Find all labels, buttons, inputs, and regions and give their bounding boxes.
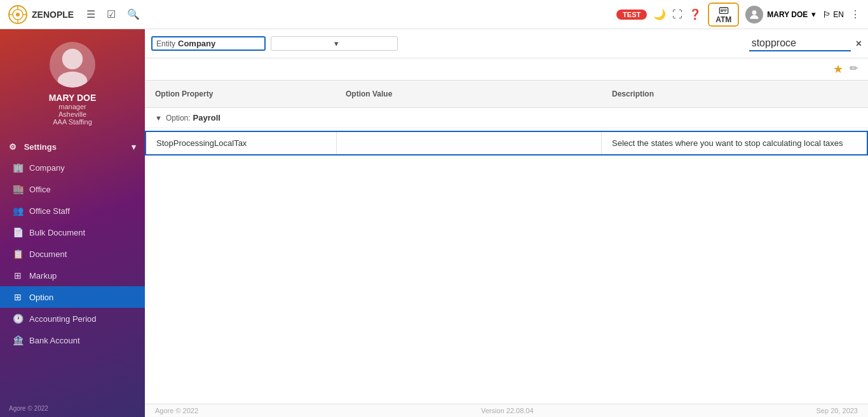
settings-icon: ⚙ — [9, 142, 17, 152]
avatar-icon — [748, 8, 761, 21]
header-value: Option Value — [336, 86, 602, 102]
footer-copyright: Agore © 2022 — [9, 405, 48, 412]
sidebar-footer: Agore © 2022 — [0, 400, 145, 417]
footer-copyright: Agore © 2022 — [155, 407, 198, 414]
document-label: Document — [29, 249, 67, 259]
app-name: ZENOPLE — [32, 10, 74, 20]
tasks-icon[interactable]: ☑ — [107, 8, 116, 20]
accounting-period-label: Accounting Period — [29, 314, 97, 324]
markup-icon: ⊞ — [13, 270, 23, 281]
profile-name: MARY DOE — [49, 93, 97, 103]
user-profile: MARY DOE manager Asheville AAA Staffing — [0, 29, 145, 132]
settings-chevron-icon: ▾ — [132, 142, 136, 152]
document-icon: 📋 — [13, 249, 23, 259]
value-cell — [337, 132, 602, 154]
table-row[interactable]: StopProcessingLocalTax Select the states… — [145, 131, 868, 156]
settings-label: Settings — [24, 142, 57, 152]
search-close-button[interactable]: × — [856, 38, 862, 50]
star-button[interactable]: ★ — [833, 62, 843, 76]
header-description: Description — [602, 86, 868, 102]
search-filter-input[interactable] — [749, 36, 851, 51]
app-layout: MARY DOE manager Asheville AAA Staffing … — [0, 29, 868, 417]
sidebar-item-bank-account[interactable]: 🏦 Bank Account — [0, 329, 145, 351]
sidebar-item-office[interactable]: 🏬 Office — [0, 178, 145, 200]
language-selector[interactable]: 🏳 EN — [822, 10, 844, 20]
atm-button[interactable]: ATM — [708, 3, 739, 27]
office-label: Office — [29, 185, 51, 194]
markup-label: Markup — [29, 271, 57, 281]
entity-input-wrapper[interactable]: Entity Company — [151, 36, 266, 51]
option-group-label: Option: — [166, 114, 191, 122]
fullscreen-icon[interactable]: ⛶ — [672, 9, 682, 20]
bank-account-icon: 🏦 — [13, 335, 23, 345]
svg-point-13 — [752, 10, 757, 15]
main-content: Entity Company ▾ × ★ ✏ Option Property O… — [145, 29, 868, 417]
sidebar-item-office-staff[interactable]: 👥 Office Staff — [0, 200, 145, 222]
dropdown-chevron-icon: ▾ — [334, 39, 392, 48]
logo-icon — [8, 4, 28, 25]
menu-icon[interactable]: ☰ — [86, 8, 95, 20]
table-area: Option Property Option Value Description… — [145, 81, 868, 404]
sidebar-item-option[interactable]: ⊞ Option — [0, 286, 145, 308]
lang-label: EN — [833, 10, 844, 19]
option-group-name: Payroll — [193, 113, 220, 122]
profile-city: Asheville — [58, 110, 86, 118]
user-avatar — [745, 6, 763, 23]
navbar: ZENOPLE ☰ ☑ 🔍 TEST 🌙 ⛶ ❓ ATM — [0, 0, 868, 29]
table-header: Option Property Option Value Description — [145, 81, 868, 108]
profile-avatar-icon — [50, 42, 95, 88]
help-icon[interactable]: ❓ — [689, 8, 702, 20]
night-mode-icon[interactable]: 🌙 — [653, 8, 666, 20]
office-icon: 🏬 — [13, 184, 23, 194]
test-badge: TEST — [616, 10, 647, 20]
accounting-period-icon: 🕐 — [13, 314, 23, 324]
user-menu[interactable]: MARY DOE ▾ — [745, 6, 816, 23]
bulk-document-icon: 📄 — [13, 227, 23, 237]
property-cell: StopProcessingLocalTax — [146, 132, 337, 154]
sidebar-item-company[interactable]: 🏢 Company — [0, 157, 145, 178]
sidebar-item-markup[interactable]: ⊞ Markup — [0, 265, 145, 286]
option-dropdown[interactable]: ▾ — [271, 36, 398, 51]
profile-role: manager — [58, 103, 86, 110]
sidebar: MARY DOE manager Asheville AAA Staffing … — [0, 29, 145, 417]
option-group-row: ▼ Option: Payroll — [145, 108, 868, 128]
grid-menu-icon[interactable]: ⋮ — [850, 8, 860, 20]
profile-avatar — [50, 42, 95, 88]
entity-value: Company — [178, 39, 215, 48]
search-icon[interactable]: 🔍 — [127, 8, 140, 20]
company-icon: 🏢 — [13, 162, 23, 173]
sidebar-item-bulk-document[interactable]: 📄 Bulk Document — [0, 222, 145, 243]
atm-icon — [719, 5, 729, 15]
settings-section: ⚙ Settings ▾ 🏢 Company 🏬 Office 👥 Office… — [0, 137, 145, 351]
edit-button[interactable]: ✏ — [850, 62, 858, 76]
group-arrow-icon: ▼ — [155, 114, 162, 122]
footer-version: Version 22.08.04 — [481, 407, 534, 414]
option-label: Option — [29, 293, 53, 302]
bank-account-label: Bank Account — [29, 336, 80, 345]
office-staff-label: Office Staff — [29, 206, 70, 216]
svg-point-2 — [16, 13, 20, 17]
company-label: Company — [29, 163, 65, 173]
sidebar-item-accounting-period[interactable]: 🕐 Accounting Period — [0, 308, 145, 329]
settings-section-header[interactable]: ⚙ Settings ▾ — [0, 137, 145, 157]
entity-label: Entity — [156, 39, 175, 48]
atm-label: ATM — [715, 15, 731, 24]
user-dropdown-arrow: ▾ — [811, 10, 816, 19]
table-actions-bar: ★ ✏ — [145, 58, 868, 81]
footer-date: Sep 20, 2023 — [817, 407, 858, 414]
navbar-center: ☰ ☑ 🔍 — [86, 8, 616, 20]
sidebar-item-document[interactable]: 📋 Document — [0, 243, 145, 265]
search-right: × — [749, 36, 862, 51]
svg-point-14 — [62, 49, 83, 69]
option-icon: ⊞ — [13, 292, 23, 302]
navbar-right: TEST 🌙 ⛶ ❓ ATM MARY DOE ▾ — [616, 3, 860, 27]
user-name: MARY DOE — [767, 10, 808, 19]
profile-company: AAA Staffing — [53, 118, 92, 126]
description-cell: Select the states where you want to stop… — [602, 132, 867, 154]
flag-icon: 🏳 — [822, 10, 831, 20]
footer-bar: Agore © 2022 Version 22.08.04 Sep 20, 20… — [145, 404, 868, 417]
app-logo[interactable]: ZENOPLE — [8, 4, 74, 25]
bulk-document-label: Bulk Document — [29, 228, 85, 237]
office-staff-icon: 👥 — [13, 206, 23, 216]
svg-point-15 — [58, 72, 88, 88]
